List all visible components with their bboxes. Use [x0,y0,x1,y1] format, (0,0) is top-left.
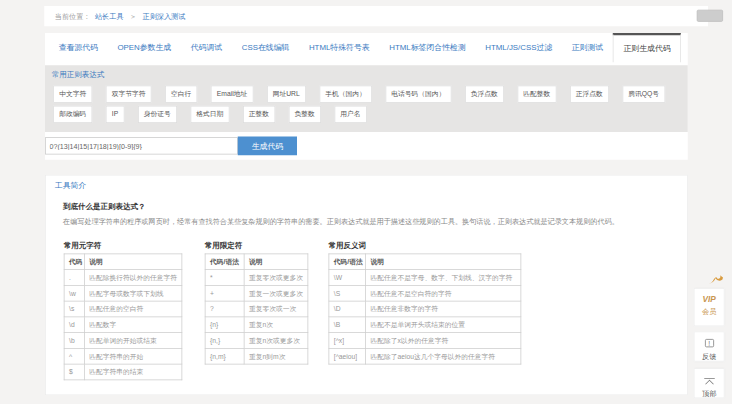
breadcrumb-separator: ＞ [129,12,136,20]
regex-preset-button[interactable]: 邮政编码 [53,106,92,123]
top-right-mini-button[interactable] [697,10,723,22]
tab-6[interactable]: HTML标签闭合性检测 [379,33,475,62]
table-row: \b匹配单词的开始或结束 [64,333,182,349]
regex-preset-button[interactable]: 空白行 [165,86,197,103]
regex-preset-button[interactable]: 匹配整数 [517,86,556,103]
tab-4[interactable]: CSS在线编辑 [232,33,299,62]
code-cell: [^x] [329,333,366,349]
generate-code-button[interactable]: 生成代码 [238,137,297,156]
code-cell: \D [329,301,366,317]
table-row: \B匹配不是单词开头或结束的位置 [329,317,521,333]
code-cell: {n} [205,317,244,333]
code-cell: \b [64,333,84,349]
regex-preset-button[interactable]: IP [106,106,124,123]
reference-table-1: 代码说明.匹配除换行符以外的任意字符\w匹配字母或数字或下划线\s匹配任意的空白… [64,254,183,381]
table-row: .匹配除换行符以外的任意字符 [64,270,182,286]
tab-1[interactable]: 查看源代码 [49,33,108,62]
regex-preset-button[interactable]: Email地址 [211,86,253,103]
arrow-up-icon [704,378,715,385]
table-header: 说明 [244,254,308,270]
reference-table-3: 代码/语法说明\W匹配任意不是字母、数字、下划线、汉字的字符\S匹配任意不是空白… [329,254,522,365]
code-cell: * [205,270,244,286]
regex-preset-button[interactable]: 负浮点数 [465,86,504,103]
tool-intro-title: 工具简介 [46,176,687,192]
feedback-button[interactable]: 反馈 [694,332,725,362]
back-to-top-button[interactable]: 顶部 [694,368,725,398]
intro-paragraph: 在编写处理字符串的程序或网页时，经常有查找符合某些复杂规则的字符串的需要。正则表… [63,217,619,227]
description-cell: 匹配任意不是字母、数字、下划线、汉字的字符 [366,270,521,286]
description-cell: 匹配除了x以外的任意字符 [366,333,521,349]
vip-button[interactable]: VIP 会员 [694,288,725,326]
tab-9[interactable]: 正则生成代码 [613,33,681,62]
code-cell: \s [64,301,84,317]
description-cell: 重复一次或更多次 [244,285,308,301]
description-cell: 匹配不是单词开头或结束的位置 [366,317,521,333]
table-row: \w匹配字母或数字或下划线 [64,285,182,301]
tab-5[interactable]: HTML特殊符号表 [299,33,379,62]
code-cell: ? [205,301,244,317]
table-header: 说明 [366,254,521,270]
description-cell: 匹配任意的空白符 [84,301,182,317]
tab-8[interactable]: 正则测试 [562,33,613,62]
table-row: \s匹配任意的空白符 [64,301,182,317]
regex-preset-button[interactable]: 用户名 [334,106,366,123]
description-cell: 重复零次或一次 [244,301,308,317]
code-cell: {n,m} [205,348,244,364]
regex-preset-button[interactable]: 格式日期 [190,106,229,123]
bird-icon [708,275,724,289]
description-cell: 匹配除了aeiou这几个字母以外的任意字符 [366,348,521,364]
table-row: {n,m}重复n到m次 [205,348,308,364]
tab-7[interactable]: HTML/JS/CSS过滤 [476,33,562,62]
table-header: 代码/语法 [329,254,366,270]
code-cell: $ [64,364,84,380]
regex-presets-section: 常用正则表达式 中文字符双字节字符空白行Email地址网址URL手机（国内）电话… [45,65,688,132]
vip-label: VIP [695,295,724,304]
tab-2[interactable]: OPEN参数生成 [108,33,181,62]
table-title: 常用元字符 [64,241,102,252]
main-block: 查看源代码OPEN参数生成代码调试CSS在线编辑HTML特殊符号表HTML标签闭… [45,33,688,160]
table-row: ^匹配字符串的开始 [64,348,182,364]
regex-preset-button[interactable]: 中文字符 [53,86,92,103]
description-cell: 匹配任意不是空白符的字符 [366,285,521,301]
code-cell: . [64,270,84,286]
regex-preset-button[interactable]: 正整数 [243,106,275,123]
regex-preset-button[interactable]: 手机（国内） [319,86,372,103]
code-cell: \d [64,317,84,333]
regex-preset-button[interactable]: 身份证号 [138,106,177,123]
breadcrumb-link-current[interactable]: 正则深入测试 [143,12,186,20]
code-cell: {n,} [205,333,244,349]
regex-preset-button[interactable]: 正浮点数 [570,86,609,103]
code-cell: \W [329,270,366,286]
regex-preset-button[interactable]: 网址URL [267,86,306,103]
table-header: 代码 [64,254,84,270]
regex-input[interactable] [45,137,238,154]
breadcrumb-label: 当前位置： [55,12,91,20]
table-row: {n}重复n次 [205,317,308,333]
tab-3[interactable]: 代码调试 [181,33,232,62]
table-row: +重复一次或更多次 [205,285,308,301]
description-cell: 匹配单词的开始或结束 [84,333,182,349]
feedback-icon [705,339,714,347]
table-title: 常用限定符 [205,241,243,252]
breadcrumb: 当前位置：站长工具＞正则深入测试 [44,6,708,26]
breadcrumb-link-tools[interactable]: 站长工具 [95,12,124,20]
table-row: \S匹配任意不是空白符的字符 [329,285,521,301]
regex-preset-button[interactable]: 双字节字符 [106,86,152,103]
regex-preset-button[interactable]: 电话号码（国内） [385,86,451,103]
reference-table-2: 代码/语法说明*重复零次或更多次+重复一次或更多次?重复零次或一次{n}重复n次… [205,254,309,365]
description-cell: 重复n次或更多次 [244,333,308,349]
code-cell: ^ [64,348,84,364]
description-cell: 匹配任意非数字的字符 [366,301,521,317]
tool-intro-panel: 工具简介 到底什么是正则表达式？ 在编写处理字符串的程序或网页时，经常有查找符合… [45,175,688,396]
code-cell: \S [329,285,366,301]
regex-preset-button[interactable]: 腾讯QQ号 [622,86,665,103]
table-row: [^aeiou]匹配除了aeiou这几个字母以外的任意字符 [329,348,521,364]
table-row: [^x]匹配除了x以外的任意字符 [329,333,521,349]
regex-preset-buttons: 中文字符双字节字符空白行Email地址网址URL手机（国内）电话号码（国内）负浮… [45,80,688,126]
regex-preset-button[interactable]: 负整数 [288,106,320,123]
description-cell: 匹配字符串的结束 [84,364,182,380]
description-cell: 匹配数字 [84,317,182,333]
table-row: \d匹配数字 [64,317,182,333]
table-header: 说明 [84,254,182,270]
table-row: ?重复零次或一次 [205,301,308,317]
